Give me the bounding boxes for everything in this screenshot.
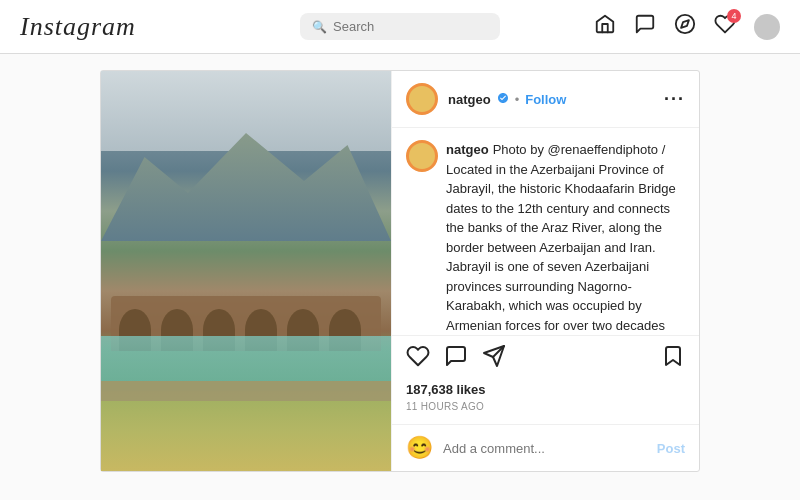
verified-badge <box>497 92 509 107</box>
user-avatar[interactable] <box>754 14 780 40</box>
likes-count: 187,638 likes <box>406 382 685 397</box>
explore-icon[interactable] <box>674 13 696 40</box>
messenger-icon[interactable] <box>634 13 656 40</box>
post-card: natgeo • Follow ··· <box>100 70 700 472</box>
caption-username[interactable]: natgeo <box>446 142 489 157</box>
action-icon-row <box>406 344 685 374</box>
svg-point-0 <box>676 15 694 33</box>
top-navigation: Instagram 🔍 4 <box>0 0 800 54</box>
post-comment-button[interactable]: Post <box>657 441 685 456</box>
caption-text: natgeoPhoto by @renaeffendiphoto / Locat… <box>446 140 685 335</box>
follow-button[interactable]: Follow <box>525 92 566 107</box>
caption-avatar[interactable] <box>406 140 438 172</box>
nav-icon-group: 4 <box>594 13 780 40</box>
dot-separator: • <box>515 92 520 107</box>
heart-badge: 4 <box>727 9 741 23</box>
heart-icon[interactable]: 4 <box>714 13 736 40</box>
post-author-avatar[interactable] <box>406 83 438 115</box>
comment-input[interactable] <box>443 441 647 456</box>
post-image-container <box>101 71 391 471</box>
post-caption-area: natgeoPhoto by @renaeffendiphoto / Locat… <box>392 128 699 335</box>
more-options-button[interactable]: ··· <box>664 89 685 110</box>
caption-block: natgeoPhoto by @renaeffendiphoto / Locat… <box>406 140 685 335</box>
post-actions: 187,638 likes 11 HOURS AGO <box>392 335 699 424</box>
comment-input-area: 😊 Post <box>392 424 699 471</box>
emoji-button[interactable]: 😊 <box>406 435 433 461</box>
post-header-user: natgeo • Follow <box>448 92 664 107</box>
caption-avatar-inner <box>409 143 435 169</box>
post-image <box>101 71 391 471</box>
comment-button[interactable] <box>444 344 468 374</box>
main-content: natgeo • Follow ··· <box>0 54 800 500</box>
shore-layer <box>101 381 391 401</box>
bookmark-button[interactable] <box>661 344 685 374</box>
search-input[interactable] <box>333 19 488 34</box>
post-username[interactable]: natgeo <box>448 92 491 107</box>
post-details: natgeo • Follow ··· <box>391 71 699 471</box>
post-header: natgeo • Follow ··· <box>392 71 699 128</box>
post-timestamp: 11 HOURS AGO <box>406 401 685 412</box>
home-icon[interactable] <box>594 13 616 40</box>
search-icon: 🔍 <box>312 20 327 34</box>
app-logo: Instagram <box>20 12 136 42</box>
like-button[interactable] <box>406 344 430 374</box>
share-button[interactable] <box>482 344 506 374</box>
svg-marker-1 <box>681 20 689 28</box>
avatar-inner <box>409 86 435 112</box>
caption-content: Photo by @renaeffendiphoto / Located in … <box>446 142 682 335</box>
search-bar[interactable]: 🔍 <box>300 13 500 40</box>
